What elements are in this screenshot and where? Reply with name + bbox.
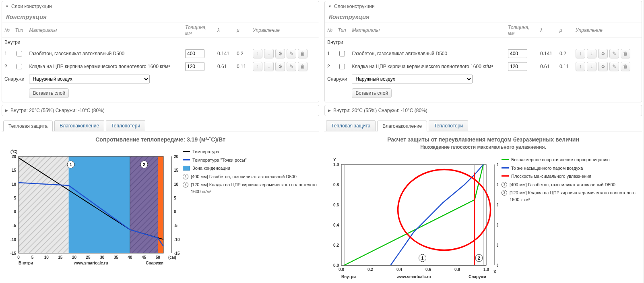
svg-text:40: 40 <box>128 255 132 260</box>
svg-text:X: X <box>493 270 496 274</box>
tabs: Тепловая защита Влагонакопление Теплопот… <box>2 119 319 131</box>
row-type-checkbox[interactable] <box>339 51 345 56</box>
insert-layer-button[interactable]: Вставить слой <box>29 88 69 98</box>
delete-button[interactable]: 🗑 <box>621 62 630 71</box>
svg-text:2: 2 <box>478 256 480 260</box>
table-row: 1 Газобетон, газосиликат автоклавный D50… <box>2 47 319 60</box>
svg-text:0.6: 0.6 <box>425 267 431 272</box>
move-down-button[interactable]: ↓ <box>587 49 597 58</box>
svg-text:0: 0 <box>174 210 176 214</box>
svg-text:0.8: 0.8 <box>497 183 498 187</box>
svg-text:-5: -5 <box>12 223 16 228</box>
row-mu: 0.2 <box>234 47 250 60</box>
svg-rect-4 <box>19 156 69 253</box>
env-panel[interactable]: ▶ Внутри: 20°C (55%) Снаружи: -10°C (80%… <box>2 105 319 116</box>
move-up-button[interactable]: ↑ <box>253 49 262 58</box>
outside-select[interactable]: Наружный воздух <box>29 75 150 83</box>
thermal-chart: 2020 1515 1010 55 00 -5-5 -10-10 -15-15 … <box>2 148 180 265</box>
col-lambda: λ <box>215 23 234 38</box>
layers-table: № Тип Материалы Толщина, мм λ μ Управлен… <box>325 23 642 102</box>
col-materials: Материалы <box>349 23 506 38</box>
row-lambda: 0.141 <box>538 47 557 60</box>
tab-moisture[interactable]: Влагонакопление <box>377 121 427 131</box>
tab-heatloss[interactable]: Теплопотери <box>429 120 468 131</box>
svg-text:0.4: 0.4 <box>333 223 339 227</box>
move-up-button[interactable]: ↑ <box>253 62 262 71</box>
svg-text:15: 15 <box>174 168 179 173</box>
svg-text:1.0: 1.0 <box>333 162 339 167</box>
thickness-input[interactable] <box>508 49 527 58</box>
svg-text:0: 0 <box>17 255 20 260</box>
move-down-button[interactable]: ↓ <box>587 62 597 71</box>
row-type-checkbox[interactable] <box>17 51 22 56</box>
env-panel[interactable]: ▶ Внутри: 20°C (55%) Снаружи: -10°C (80%… <box>324 105 642 116</box>
col-mu: μ <box>557 23 573 38</box>
row-no: 1 <box>2 47 12 60</box>
svg-text:0.6: 0.6 <box>497 203 498 207</box>
outside-select[interactable]: Наружный воздух <box>352 75 473 83</box>
col-manage: Управление <box>250 23 319 38</box>
move-up-button[interactable]: ↑ <box>576 49 585 58</box>
layers-table: № Тип Материалы Толщина, мм λ μ Управлен… <box>2 23 319 102</box>
edit-button[interactable]: ✎ <box>287 62 296 71</box>
svg-text:(˚С): (˚С) <box>10 150 17 154</box>
svg-text:0.4: 0.4 <box>396 267 402 272</box>
row-lambda: 0.61 <box>538 60 557 73</box>
svg-text:-15: -15 <box>10 251 17 256</box>
thickness-input[interactable] <box>508 62 527 71</box>
row-mu: 0.2 <box>557 47 573 60</box>
delete-button[interactable]: 🗑 <box>298 49 308 58</box>
tab-moisture[interactable]: Влагонакопление <box>54 120 104 131</box>
tab-thermal[interactable]: Тепловая защита <box>3 121 53 131</box>
row-type-checkbox[interactable] <box>339 64 345 69</box>
svg-text:Внутри: Внутри <box>19 261 33 265</box>
row-no: 2 <box>2 60 12 73</box>
svg-text:www.smartcalc.ru: www.smartcalc.ru <box>396 275 431 279</box>
svg-text:1.0: 1.0 <box>497 162 498 167</box>
settings-button[interactable]: ⚙ <box>598 62 608 71</box>
row-material: Кладка на ЦПР кирпича керамического полн… <box>27 60 183 73</box>
svg-text:2: 2 <box>143 162 145 167</box>
svg-text:(см): (см) <box>168 255 176 260</box>
move-up-button[interactable]: ↑ <box>576 62 585 71</box>
col-no: № <box>325 23 335 38</box>
svg-text:10: 10 <box>12 182 17 187</box>
row-type-checkbox[interactable] <box>17 64 22 69</box>
move-down-button[interactable]: ↓ <box>264 49 274 58</box>
edit-button[interactable]: ✎ <box>287 49 296 58</box>
svg-text:20: 20 <box>174 154 179 159</box>
svg-text:5: 5 <box>14 196 16 200</box>
svg-text:20: 20 <box>72 255 77 260</box>
panel-header[interactable]: ▼ Слои конструкции <box>2 1 319 12</box>
svg-text:5: 5 <box>174 196 176 200</box>
row-mu: 0.11 <box>557 60 573 73</box>
settings-button[interactable]: ⚙ <box>275 49 285 58</box>
insert-layer-button[interactable]: Вставить слой <box>352 88 392 98</box>
tab-heatloss[interactable]: Теплопотери <box>106 120 145 131</box>
svg-text:-10: -10 <box>10 237 17 242</box>
inside-label: Внутри <box>2 38 319 47</box>
env-summary: Внутри: 20°C (55%) Снаружи: -10°C (80%) <box>10 108 105 113</box>
svg-text:Снаружи: Снаружи <box>469 275 486 279</box>
delete-button[interactable]: 🗑 <box>298 62 308 71</box>
edit-button[interactable]: ✎ <box>609 62 619 71</box>
panel-header[interactable]: ▼ Слои конструкции <box>325 1 642 12</box>
row-lambda: 0.61 <box>215 60 234 73</box>
tab-thermal[interactable]: Тепловая защита <box>326 120 376 131</box>
svg-text:0.8: 0.8 <box>454 267 460 272</box>
edit-button[interactable]: ✎ <box>609 49 619 58</box>
delete-button[interactable]: 🗑 <box>621 49 630 58</box>
svg-text:50: 50 <box>156 255 161 260</box>
settings-button[interactable]: ⚙ <box>598 49 608 58</box>
settings-button[interactable]: ⚙ <box>275 62 285 71</box>
col-manage: Управление <box>573 23 642 38</box>
thickness-input[interactable] <box>185 49 204 58</box>
svg-text:5: 5 <box>31 255 34 260</box>
thickness-input[interactable] <box>185 62 204 71</box>
row-no: 1 <box>325 47 335 60</box>
panel-title: Слои конструкции <box>334 4 375 9</box>
chart-legend: Безразмерное сопротивление паропроницани… <box>502 156 641 281</box>
move-down-button[interactable]: ↓ <box>264 62 274 71</box>
inside-label: Внутри <box>325 38 642 47</box>
col-type: Тип <box>12 23 27 38</box>
